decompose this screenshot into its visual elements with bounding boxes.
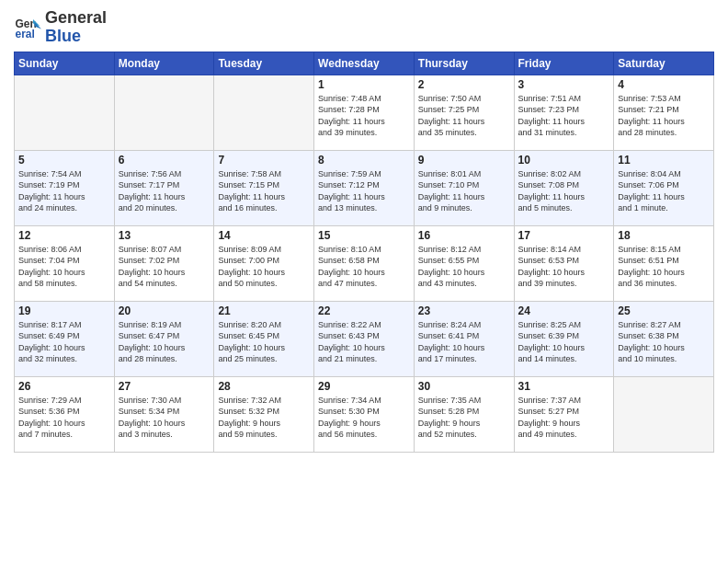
day-number: 21 — [218, 304, 310, 317]
day-cell: 23Sunrise: 8:24 AM Sunset: 6:41 PM Dayli… — [414, 301, 514, 376]
day-cell: 18Sunrise: 8:15 AM Sunset: 6:51 PM Dayli… — [614, 225, 714, 301]
day-cell: 2Sunrise: 7:50 AM Sunset: 7:25 PM Daylig… — [414, 75, 514, 150]
day-info: Sunrise: 8:24 AM Sunset: 6:41 PM Dayligh… — [418, 319, 510, 365]
weekday-header-sunday: Sunday — [15, 52, 115, 75]
week-row-4: 19Sunrise: 8:17 AM Sunset: 6:49 PM Dayli… — [15, 301, 714, 376]
day-info: Sunrise: 7:53 AM Sunset: 7:21 PM Dayligh… — [618, 93, 710, 139]
day-cell: 4Sunrise: 7:53 AM Sunset: 7:21 PM Daylig… — [614, 75, 714, 150]
weekday-header-row: SundayMondayTuesdayWednesdayThursdayFrid… — [15, 52, 714, 75]
header: Gen eral General Blue — [14, 9, 714, 46]
day-cell: 26Sunrise: 7:29 AM Sunset: 5:36 PM Dayli… — [15, 376, 115, 452]
day-cell: 1Sunrise: 7:48 AM Sunset: 7:28 PM Daylig… — [314, 75, 415, 150]
day-info: Sunrise: 8:15 AM Sunset: 6:51 PM Dayligh… — [618, 244, 710, 290]
day-info: Sunrise: 8:02 AM Sunset: 7:08 PM Dayligh… — [518, 168, 610, 214]
day-info: Sunrise: 8:22 AM Sunset: 6:43 PM Dayligh… — [318, 319, 410, 365]
week-row-3: 12Sunrise: 8:06 AM Sunset: 7:04 PM Dayli… — [15, 225, 714, 301]
day-cell: 28Sunrise: 7:32 AM Sunset: 5:32 PM Dayli… — [214, 376, 314, 452]
weekday-header-tuesday: Tuesday — [214, 52, 314, 75]
weekday-header-monday: Monday — [114, 52, 214, 75]
day-info: Sunrise: 7:58 AM Sunset: 7:15 PM Dayligh… — [218, 168, 310, 214]
day-cell — [614, 376, 714, 452]
weekday-header-wednesday: Wednesday — [314, 52, 415, 75]
day-cell — [214, 75, 314, 150]
day-info: Sunrise: 7:29 AM Sunset: 5:36 PM Dayligh… — [18, 395, 110, 441]
week-row-1: 1Sunrise: 7:48 AM Sunset: 7:28 PM Daylig… — [15, 75, 714, 150]
day-info: Sunrise: 7:51 AM Sunset: 7:23 PM Dayligh… — [518, 93, 610, 139]
day-info: Sunrise: 8:07 AM Sunset: 7:02 PM Dayligh… — [119, 244, 210, 290]
day-number: 11 — [618, 154, 710, 167]
day-number: 9 — [418, 154, 510, 167]
day-cell: 19Sunrise: 8:17 AM Sunset: 6:49 PM Dayli… — [15, 301, 115, 376]
day-number: 23 — [418, 304, 510, 317]
day-info: Sunrise: 8:17 AM Sunset: 6:49 PM Dayligh… — [18, 319, 110, 365]
day-info: Sunrise: 8:04 AM Sunset: 7:06 PM Dayligh… — [618, 168, 710, 214]
day-number: 6 — [119, 154, 210, 167]
day-number: 19 — [18, 304, 110, 317]
day-number: 20 — [119, 304, 210, 317]
day-number: 17 — [518, 229, 610, 242]
day-cell: 27Sunrise: 7:30 AM Sunset: 5:34 PM Dayli… — [114, 376, 214, 452]
svg-text:eral: eral — [16, 27, 35, 40]
day-number: 14 — [218, 229, 310, 242]
day-cell: 17Sunrise: 8:14 AM Sunset: 6:53 PM Dayli… — [514, 225, 614, 301]
day-number: 24 — [518, 304, 610, 317]
day-cell: 22Sunrise: 8:22 AM Sunset: 6:43 PM Dayli… — [314, 301, 415, 376]
calendar-page: Gen eral General Blue SundayMondayTuesda… — [0, 0, 728, 563]
weekday-header-saturday: Saturday — [614, 52, 714, 75]
day-info: Sunrise: 7:59 AM Sunset: 7:12 PM Dayligh… — [318, 168, 410, 214]
day-number: 29 — [318, 380, 410, 393]
day-info: Sunrise: 8:10 AM Sunset: 6:58 PM Dayligh… — [318, 244, 410, 290]
day-cell: 7Sunrise: 7:58 AM Sunset: 7:15 PM Daylig… — [214, 150, 314, 225]
weekday-header-friday: Friday — [514, 52, 614, 75]
day-info: Sunrise: 8:01 AM Sunset: 7:10 PM Dayligh… — [418, 168, 510, 214]
day-cell: 30Sunrise: 7:35 AM Sunset: 5:28 PM Dayli… — [414, 376, 514, 452]
day-info: Sunrise: 8:19 AM Sunset: 6:47 PM Dayligh… — [119, 319, 210, 365]
day-cell: 6Sunrise: 7:56 AM Sunset: 7:17 PM Daylig… — [114, 150, 214, 225]
day-number: 12 — [18, 229, 110, 242]
day-info: Sunrise: 7:56 AM Sunset: 7:17 PM Dayligh… — [119, 168, 210, 214]
day-number: 26 — [18, 380, 110, 393]
day-info: Sunrise: 7:30 AM Sunset: 5:34 PM Dayligh… — [119, 395, 210, 441]
day-cell: 11Sunrise: 8:04 AM Sunset: 7:06 PM Dayli… — [614, 150, 714, 225]
day-cell: 16Sunrise: 8:12 AM Sunset: 6:55 PM Dayli… — [414, 225, 514, 301]
day-info: Sunrise: 7:37 AM Sunset: 5:27 PM Dayligh… — [518, 395, 610, 441]
day-number: 2 — [418, 78, 510, 91]
day-number: 7 — [218, 154, 310, 167]
day-number: 31 — [518, 380, 610, 393]
day-number: 13 — [119, 229, 210, 242]
day-cell: 8Sunrise: 7:59 AM Sunset: 7:12 PM Daylig… — [314, 150, 415, 225]
day-info: Sunrise: 7:32 AM Sunset: 5:32 PM Dayligh… — [218, 395, 310, 441]
day-info: Sunrise: 7:54 AM Sunset: 7:19 PM Dayligh… — [18, 168, 110, 214]
day-info: Sunrise: 7:50 AM Sunset: 7:25 PM Dayligh… — [418, 93, 510, 139]
day-info: Sunrise: 7:35 AM Sunset: 5:28 PM Dayligh… — [418, 395, 510, 441]
day-number: 22 — [318, 304, 410, 317]
weekday-header-thursday: Thursday — [414, 52, 514, 75]
day-number: 18 — [618, 229, 710, 242]
day-info: Sunrise: 8:12 AM Sunset: 6:55 PM Dayligh… — [418, 244, 510, 290]
day-number: 10 — [518, 154, 610, 167]
day-cell: 25Sunrise: 8:27 AM Sunset: 6:38 PM Dayli… — [614, 301, 714, 376]
day-info: Sunrise: 8:06 AM Sunset: 7:04 PM Dayligh… — [18, 244, 110, 290]
day-info: Sunrise: 7:48 AM Sunset: 7:28 PM Dayligh… — [318, 93, 410, 139]
day-cell: 5Sunrise: 7:54 AM Sunset: 7:19 PM Daylig… — [15, 150, 115, 225]
day-cell: 31Sunrise: 7:37 AM Sunset: 5:27 PM Dayli… — [514, 376, 614, 452]
day-cell: 15Sunrise: 8:10 AM Sunset: 6:58 PM Dayli… — [314, 225, 415, 301]
day-number: 8 — [318, 154, 410, 167]
day-cell: 3Sunrise: 7:51 AM Sunset: 7:23 PM Daylig… — [514, 75, 614, 150]
day-cell: 10Sunrise: 8:02 AM Sunset: 7:08 PM Dayli… — [514, 150, 614, 225]
day-cell: 14Sunrise: 8:09 AM Sunset: 7:00 PM Dayli… — [214, 225, 314, 301]
day-cell: 24Sunrise: 8:25 AM Sunset: 6:39 PM Dayli… — [514, 301, 614, 376]
day-cell — [15, 75, 115, 150]
day-number: 30 — [418, 380, 510, 393]
day-cell: 12Sunrise: 8:06 AM Sunset: 7:04 PM Dayli… — [15, 225, 115, 301]
day-info: Sunrise: 8:27 AM Sunset: 6:38 PM Dayligh… — [618, 319, 710, 365]
week-row-5: 26Sunrise: 7:29 AM Sunset: 5:36 PM Dayli… — [15, 376, 714, 452]
day-cell: 13Sunrise: 8:07 AM Sunset: 7:02 PM Dayli… — [114, 225, 214, 301]
day-cell: 21Sunrise: 8:20 AM Sunset: 6:45 PM Dayli… — [214, 301, 314, 376]
day-number: 25 — [618, 304, 710, 317]
day-number: 28 — [218, 380, 310, 393]
day-number: 16 — [418, 229, 510, 242]
day-number: 1 — [318, 78, 410, 91]
day-number: 3 — [518, 78, 610, 91]
week-row-2: 5Sunrise: 7:54 AM Sunset: 7:19 PM Daylig… — [15, 150, 714, 225]
